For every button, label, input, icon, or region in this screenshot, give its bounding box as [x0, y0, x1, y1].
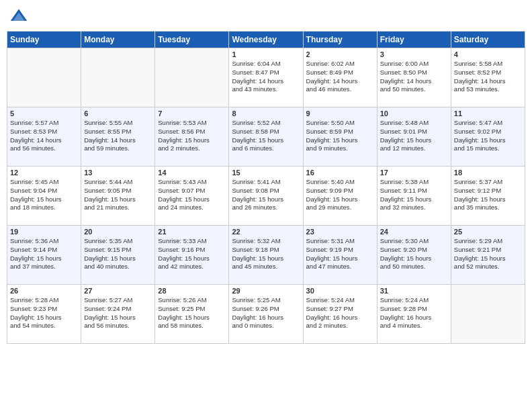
page-header [7, 7, 525, 26]
calendar-cell: 13Sunrise: 5:44 AM Sunset: 9:05 PM Dayli… [81, 167, 155, 226]
calendar-cell: 8Sunrise: 5:52 AM Sunset: 8:58 PM Daylig… [229, 107, 303, 167]
weekday-header-wednesday: Wednesday [229, 32, 303, 48]
day-number: 29 [232, 287, 300, 295]
calendar-cell: 6Sunrise: 5:55 AM Sunset: 8:55 PM Daylig… [81, 107, 155, 167]
day-content: Sunrise: 5:35 AM Sunset: 9:15 PM Dayligh… [84, 237, 152, 271]
day-number: 4 [454, 50, 522, 58]
calendar-cell: 14Sunrise: 5:43 AM Sunset: 9:07 PM Dayli… [155, 167, 229, 226]
day-content: Sunrise: 5:41 AM Sunset: 9:08 PM Dayligh… [232, 178, 300, 212]
day-number: 15 [232, 169, 300, 177]
calendar-week-5: 26Sunrise: 5:28 AM Sunset: 9:23 PM Dayli… [7, 285, 525, 344]
day-content: Sunrise: 5:25 AM Sunset: 9:26 PM Dayligh… [232, 296, 300, 330]
day-number: 1 [232, 50, 300, 58]
calendar-cell: 21Sunrise: 5:33 AM Sunset: 9:16 PM Dayli… [155, 226, 229, 285]
day-number: 11 [454, 109, 522, 118]
logo-icon [9, 7, 28, 26]
day-number: 27 [84, 287, 152, 295]
day-number: 3 [380, 50, 448, 58]
day-content: Sunrise: 5:32 AM Sunset: 9:18 PM Dayligh… [232, 237, 300, 271]
day-number: 10 [380, 109, 448, 118]
calendar-cell: 24Sunrise: 5:30 AM Sunset: 9:20 PM Dayli… [377, 226, 451, 285]
calendar-cell: 15Sunrise: 5:41 AM Sunset: 9:08 PM Dayli… [229, 167, 303, 226]
day-number: 24 [380, 228, 448, 236]
day-content: Sunrise: 5:28 AM Sunset: 9:23 PM Dayligh… [10, 296, 78, 330]
day-number: 20 [84, 228, 152, 236]
day-content: Sunrise: 5:57 AM Sunset: 8:53 PM Dayligh… [10, 119, 78, 153]
calendar-cell [155, 48, 229, 107]
calendar-cell: 12Sunrise: 5:45 AM Sunset: 9:04 PM Dayli… [7, 167, 81, 226]
calendar-cell [451, 285, 525, 344]
day-number: 28 [158, 287, 226, 295]
day-number: 23 [306, 228, 374, 236]
calendar-cell [7, 48, 81, 107]
day-content: Sunrise: 5:53 AM Sunset: 8:56 PM Dayligh… [158, 119, 226, 153]
day-content: Sunrise: 5:48 AM Sunset: 9:01 PM Dayligh… [380, 119, 448, 153]
calendar-cell: 18Sunrise: 5:37 AM Sunset: 9:12 PM Dayli… [451, 167, 525, 226]
day-number: 2 [306, 50, 374, 58]
day-content: Sunrise: 5:29 AM Sunset: 9:21 PM Dayligh… [454, 237, 522, 271]
day-number: 12 [10, 169, 78, 177]
day-content: Sunrise: 5:40 AM Sunset: 9:09 PM Dayligh… [306, 178, 374, 212]
calendar-cell: 29Sunrise: 5:25 AM Sunset: 9:26 PM Dayli… [229, 285, 303, 344]
calendar-cell: 25Sunrise: 5:29 AM Sunset: 9:21 PM Dayli… [451, 226, 525, 285]
calendar-cell: 31Sunrise: 5:24 AM Sunset: 9:28 PM Dayli… [377, 285, 451, 344]
calendar-week-2: 5Sunrise: 5:57 AM Sunset: 8:53 PM Daylig… [7, 107, 525, 167]
day-content: Sunrise: 5:33 AM Sunset: 9:16 PM Dayligh… [158, 237, 226, 271]
weekday-header-sunday: Sunday [7, 32, 81, 48]
day-content: Sunrise: 5:24 AM Sunset: 9:28 PM Dayligh… [380, 296, 448, 330]
day-number: 31 [380, 287, 448, 295]
day-number: 30 [306, 287, 374, 295]
day-number: 6 [84, 109, 152, 118]
day-number: 9 [306, 109, 374, 118]
calendar-cell [81, 48, 155, 107]
weekday-header-thursday: Thursday [303, 32, 377, 48]
calendar-cell: 17Sunrise: 5:38 AM Sunset: 9:11 PM Dayli… [377, 167, 451, 226]
calendar-cell: 4Sunrise: 5:58 AM Sunset: 8:52 PM Daylig… [451, 48, 525, 107]
calendar-week-1: 1Sunrise: 6:04 AM Sunset: 8:47 PM Daylig… [7, 48, 525, 107]
weekday-header-tuesday: Tuesday [155, 32, 229, 48]
day-content: Sunrise: 5:50 AM Sunset: 8:59 PM Dayligh… [306, 119, 374, 153]
day-number: 16 [306, 169, 374, 177]
logo [9, 7, 30, 26]
day-number: 22 [232, 228, 300, 236]
day-number: 25 [454, 228, 522, 236]
weekday-header-saturday: Saturday [451, 32, 525, 48]
calendar-week-3: 12Sunrise: 5:45 AM Sunset: 9:04 PM Dayli… [7, 167, 525, 226]
weekday-header-row: SundayMondayTuesdayWednesdayThursdayFrid… [7, 32, 525, 48]
day-number: 5 [10, 109, 78, 118]
day-number: 8 [232, 109, 300, 118]
day-content: Sunrise: 5:38 AM Sunset: 9:11 PM Dayligh… [380, 178, 448, 212]
calendar-cell: 10Sunrise: 5:48 AM Sunset: 9:01 PM Dayli… [377, 107, 451, 167]
day-content: Sunrise: 5:45 AM Sunset: 9:04 PM Dayligh… [10, 178, 78, 212]
day-content: Sunrise: 6:02 AM Sunset: 8:49 PM Dayligh… [306, 60, 374, 94]
calendar-cell: 22Sunrise: 5:32 AM Sunset: 9:18 PM Dayli… [229, 226, 303, 285]
day-number: 19 [10, 228, 78, 236]
weekday-header-friday: Friday [377, 32, 451, 48]
day-content: Sunrise: 5:31 AM Sunset: 9:19 PM Dayligh… [306, 237, 374, 271]
calendar-cell: 19Sunrise: 5:36 AM Sunset: 9:14 PM Dayli… [7, 226, 81, 285]
day-content: Sunrise: 5:27 AM Sunset: 9:24 PM Dayligh… [84, 296, 152, 330]
day-content: Sunrise: 5:55 AM Sunset: 8:55 PM Dayligh… [84, 119, 152, 153]
day-content: Sunrise: 5:36 AM Sunset: 9:14 PM Dayligh… [10, 237, 78, 271]
day-content: Sunrise: 5:26 AM Sunset: 9:25 PM Dayligh… [158, 296, 226, 330]
day-number: 26 [10, 287, 78, 295]
day-number: 13 [84, 169, 152, 177]
calendar-cell: 27Sunrise: 5:27 AM Sunset: 9:24 PM Dayli… [81, 285, 155, 344]
day-number: 17 [380, 169, 448, 177]
day-number: 21 [158, 228, 226, 236]
calendar-cell: 28Sunrise: 5:26 AM Sunset: 9:25 PM Dayli… [155, 285, 229, 344]
day-number: 18 [454, 169, 522, 177]
day-content: Sunrise: 5:24 AM Sunset: 9:27 PM Dayligh… [306, 296, 374, 330]
calendar-cell: 7Sunrise: 5:53 AM Sunset: 8:56 PM Daylig… [155, 107, 229, 167]
day-content: Sunrise: 5:58 AM Sunset: 8:52 PM Dayligh… [454, 60, 522, 94]
calendar-cell: 30Sunrise: 5:24 AM Sunset: 9:27 PM Dayli… [303, 285, 377, 344]
calendar-cell: 23Sunrise: 5:31 AM Sunset: 9:19 PM Dayli… [303, 226, 377, 285]
calendar-cell: 26Sunrise: 5:28 AM Sunset: 9:23 PM Dayli… [7, 285, 81, 344]
day-content: Sunrise: 5:30 AM Sunset: 9:20 PM Dayligh… [380, 237, 448, 271]
day-content: Sunrise: 5:52 AM Sunset: 8:58 PM Dayligh… [232, 119, 300, 153]
day-number: 7 [158, 109, 226, 118]
calendar-cell: 11Sunrise: 5:47 AM Sunset: 9:02 PM Dayli… [451, 107, 525, 167]
day-number: 14 [158, 169, 226, 177]
calendar-cell: 5Sunrise: 5:57 AM Sunset: 8:53 PM Daylig… [7, 107, 81, 167]
day-content: Sunrise: 5:43 AM Sunset: 9:07 PM Dayligh… [158, 178, 226, 212]
